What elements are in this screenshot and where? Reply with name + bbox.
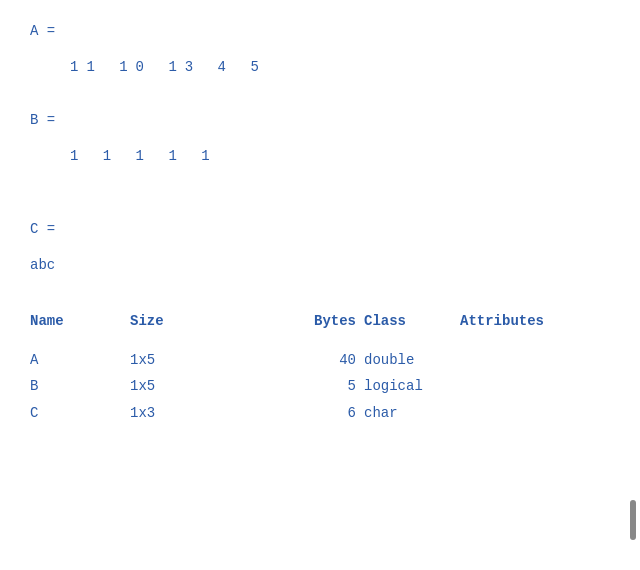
table-row: C 1x3 6 char [30,400,610,426]
row-b-class: logical [360,375,460,397]
row-b-attributes [460,375,580,397]
main-content: A = 11 10 13 4 5 B = 1 1 1 1 1 C = abc N… [0,0,640,446]
header-bytes: Bytes [290,310,360,332]
row-b-name: B [30,375,130,397]
row-c-name: C [30,402,130,424]
whos-table: Name Size Bytes Class Attributes A 1x5 4… [30,310,610,426]
label-a: A = [30,20,610,42]
header-size: Size [130,310,290,332]
header-name: Name [30,310,130,332]
row-c-bytes: 6 [290,402,360,424]
label-c: C = [30,218,610,240]
row-a-bytes: 40 [290,349,360,371]
table-row: A 1x5 40 double [30,347,610,373]
table-row: B 1x5 5 logical [30,373,610,399]
header-class: Class [360,310,460,332]
label-b: B = [30,109,610,131]
whos-header: Name Size Bytes Class Attributes [30,310,610,336]
section-b: B = 1 1 1 1 1 [30,109,610,168]
row-a-name: A [30,349,130,371]
row-a-size: 1x5 [130,349,290,371]
row-c-size: 1x3 [130,402,290,424]
scrollbar[interactable] [630,500,636,540]
row-c-class: char [360,402,460,424]
matrix-a-row1: 11 10 13 4 5 [30,56,610,78]
section-c: C = abc [30,218,610,277]
row-a-class: double [360,349,460,371]
row-b-size: 1x5 [130,375,290,397]
matrix-b-row1: 1 1 1 1 1 [30,145,610,167]
row-b-bytes: 5 [290,375,360,397]
row-c-attributes [460,402,580,424]
section-a: A = 11 10 13 4 5 [30,20,610,79]
value-c: abc [30,254,610,276]
header-attributes: Attributes [460,310,580,332]
row-a-attributes [460,349,580,371]
